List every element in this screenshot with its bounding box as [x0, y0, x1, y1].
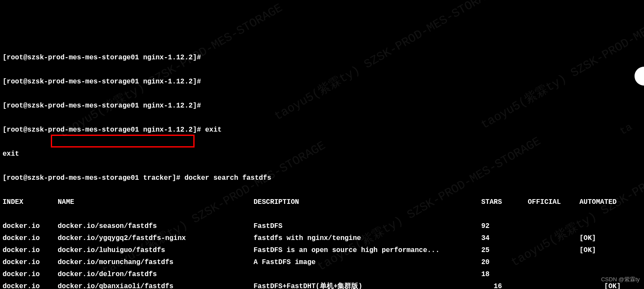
cell-description: FastDFS+FastDHT(单机+集群版): [254, 280, 481, 289]
table-header: INDEXNAMEDESCRIPTIONSTARSOFFICIALAUTOMAT…: [3, 196, 641, 208]
shell-prompt: [root@szsk-prod-mes-mes-storage01 nginx-…: [3, 124, 641, 136]
cell-stars: 20: [481, 256, 528, 268]
table-row: docker.iodocker.io/ygqygq2/fastdfs-nginx…: [3, 232, 641, 244]
cell-stars: 92: [481, 220, 528, 232]
cell-description: fastdfs with nginx/tengine: [254, 232, 481, 244]
cell-stars: 25: [481, 244, 528, 256]
header-automated: AUTOMATED: [579, 196, 616, 208]
cell-name: docker.io/luhuiguo/fastdfs: [58, 244, 254, 256]
cell-automated: [OK]: [579, 232, 596, 244]
cell-index: docker.io: [3, 232, 58, 244]
watermark-text: taoyu5(紫霖ty) SZSK-PROD-MES-STORAGE: [477, 0, 644, 135]
watermark-text: taoyu5(紫霖ty) SZSK-PROD-MES-STORAGE: [55, 0, 287, 144]
cell-description: FastDFS: [254, 220, 481, 232]
cell-stars: 16: [481, 280, 528, 289]
table-row: docker.iodocker.io/qbanxiaoli/fastdfsFas…: [3, 280, 641, 289]
cell-description: FastDFS is an open source high performan…: [254, 244, 481, 256]
cell-name: docker.io/ygqygq2/fastdfs-nginx: [58, 232, 254, 244]
shell-prompt: [root@szsk-prod-mes-mes-storage01 nginx-…: [3, 52, 641, 64]
table-row: docker.iodocker.io/luhuiguo/fastdfsFastD…: [3, 244, 641, 256]
cell-name: docker.io/season/fastdfs: [58, 220, 254, 232]
shell-prompt: [root@szsk-prod-mes-mes-storage01 nginx-…: [3, 100, 641, 112]
docker-search-command: [root@szsk-prod-mes-mes-storage01 tracke…: [3, 172, 641, 184]
cell-name: docker.io/morunchang/fastdfs: [58, 256, 254, 268]
cell-name: docker.io/qbanxiaoli/fastdfs: [58, 280, 254, 289]
settings-button[interactable]: [635, 67, 644, 86]
cell-index: docker.io: [3, 256, 58, 268]
cell-index: docker.io: [3, 220, 58, 232]
cell-stars: 18: [481, 268, 528, 280]
table-row: docker.iodocker.io/season/fastdfsFastDFS…: [3, 220, 641, 232]
cell-index: docker.io: [3, 244, 58, 256]
cell-index: docker.io: [3, 280, 58, 289]
gear-icon: [635, 57, 644, 95]
cell-stars: 34: [481, 232, 528, 244]
header-description: DESCRIPTION: [254, 196, 481, 208]
header-index: INDEX: [3, 196, 58, 208]
shell-prompt: [root@szsk-prod-mes-mes-storage01 nginx-…: [3, 76, 641, 88]
cell-automated: [OK]: [579, 244, 596, 256]
header-name: NAME: [58, 196, 254, 208]
exit-output: exit: [3, 148, 641, 160]
header-official: OFFICIAL: [528, 196, 579, 208]
cell-index: docker.io: [3, 268, 58, 280]
cell-description: A FastDFS image: [254, 256, 481, 268]
highlight-annotation: [51, 135, 195, 148]
cell-name: docker.io/delron/fastdfs: [58, 268, 254, 280]
table-row: docker.iodocker.io/morunchang/fastdfsA F…: [3, 256, 641, 268]
csdn-attribution: CSDN @紫霖ty: [601, 275, 640, 285]
table-row: docker.iodocker.io/delron/fastdfs18: [3, 268, 641, 280]
header-stars: STARS: [481, 196, 528, 208]
